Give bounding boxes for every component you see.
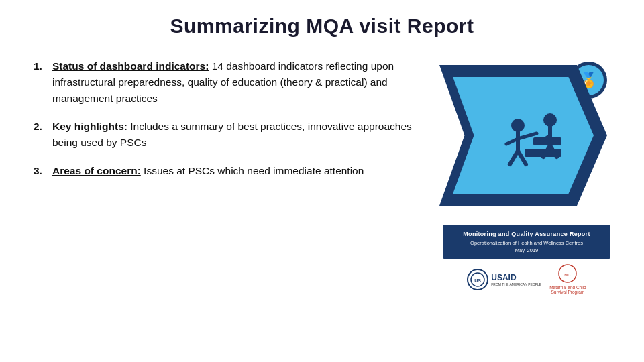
image-section: 🏅: [436, 55, 617, 349]
item-text-3: Areas of concern: Issues at PSCs which n…: [52, 163, 416, 179]
usaid-emblem: US: [467, 269, 488, 290]
item-label-3: Areas of concern:: [52, 165, 141, 176]
content-area: 1. Status of dashboard indicators: 14 da…: [0, 48, 644, 362]
report-card: Monitoring and Quality Assurance Report …: [443, 225, 610, 259]
mchip-icon: MC: [558, 264, 577, 283]
usaid-logo: US USAID FROM THE AMERICAN PEOPLE: [467, 269, 541, 290]
usaid-sublabel: FROM THE AMERICAN PEOPLE: [491, 282, 541, 286]
item-label-1: Status of dashboard indicators:: [52, 60, 209, 72]
item-number-3: 3.: [34, 163, 46, 179]
logos-row: US USAID FROM THE AMERICAN PEOPLE MC Mat…: [443, 264, 610, 295]
header: Summarizing MQA visit Report: [0, 0, 644, 44]
list-item: 2. Key highlights: Includes a summary of…: [34, 119, 416, 151]
slide: Summarizing MQA visit Report 1. Status o…: [0, 0, 644, 362]
text-section: 1. Status of dashboard indicators: 14 da…: [34, 55, 416, 349]
list-item: 1. Status of dashboard indicators: 14 da…: [34, 58, 416, 107]
item-body-3: Issues at PSCs which need immediate atte…: [141, 165, 364, 176]
svg-line-11: [510, 151, 518, 164]
item-text-2: Key highlights: Includes a summary of be…: [52, 119, 416, 151]
usaid-text-block: USAID FROM THE AMERICAN PEOPLE: [491, 273, 541, 286]
graphic-container: 🏅: [439, 58, 614, 219]
mchip-text: Maternal and ChildSurvival Program: [549, 285, 586, 296]
report-subtitle: Operationalization of Health and Wellnes…: [451, 240, 602, 247]
usaid-label: USAID: [491, 273, 541, 282]
helping-figure-icon: [476, 88, 570, 182]
mchip-logo: MC Maternal and ChildSurvival Program: [549, 264, 586, 295]
chevron-shape: [439, 65, 607, 206]
list-item: 3. Areas of concern: Issues at PSCs whic…: [34, 163, 416, 179]
item-text-1: Status of dashboard indicators: 14 dashb…: [52, 58, 416, 107]
report-date: May, 2019: [451, 247, 602, 253]
item-label-2: Key highlights:: [52, 121, 127, 132]
svg-text:US: US: [474, 278, 481, 283]
page-title: Summarizing MQA visit Report: [13, 15, 631, 38]
item-number-1: 1.: [34, 58, 46, 74]
chevron-inner: [453, 77, 594, 194]
item-number-2: 2.: [34, 119, 46, 135]
usaid-seal-icon: US: [470, 272, 486, 288]
svg-text:MC: MC: [565, 273, 572, 277]
report-title: Monitoring and Quality Assurance Report: [451, 230, 602, 239]
